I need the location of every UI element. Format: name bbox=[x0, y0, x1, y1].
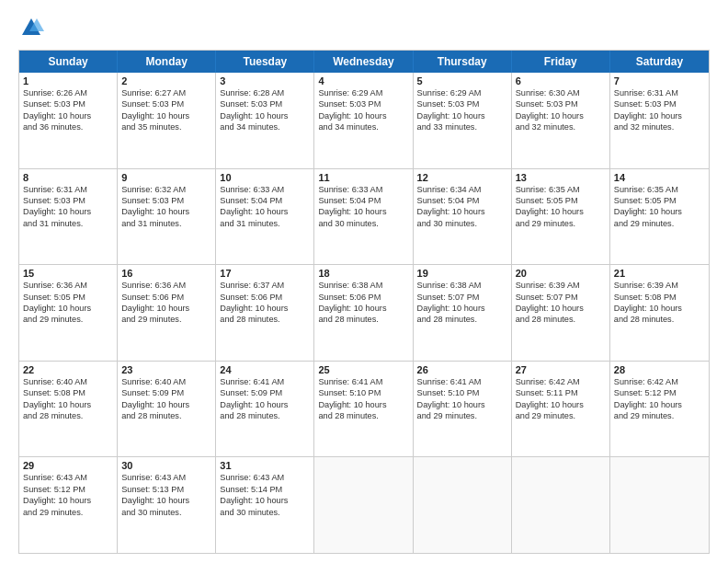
day-number: 18 bbox=[318, 268, 408, 279]
calendar: SundayMondayTuesdayWednesdayThursdayFrid… bbox=[18, 50, 710, 554]
cell-text: Sunrise: 6:42 AMSunset: 5:11 PMDaylight:… bbox=[516, 376, 606, 422]
cell-text: Sunrise: 6:36 AMSunset: 5:05 PMDaylight:… bbox=[23, 280, 113, 326]
day-cell-22: 22Sunrise: 6:40 AMSunset: 5:08 PMDayligh… bbox=[19, 362, 118, 457]
cell-text: Sunrise: 6:36 AMSunset: 5:06 PMDaylight:… bbox=[121, 280, 211, 326]
cell-text: Sunrise: 6:29 AMSunset: 5:03 PMDaylight:… bbox=[417, 87, 507, 133]
day-number: 19 bbox=[417, 268, 507, 279]
day-number: 7 bbox=[614, 75, 705, 86]
logo bbox=[18, 15, 48, 40]
day-number: 14 bbox=[614, 172, 705, 183]
calendar-header: SundayMondayTuesdayWednesdayThursdayFrid… bbox=[19, 51, 709, 73]
day-cell-28: 28Sunrise: 6:42 AMSunset: 5:12 PMDayligh… bbox=[610, 362, 709, 457]
day-cell-9: 9Sunrise: 6:32 AMSunset: 5:03 PMDaylight… bbox=[118, 169, 216, 265]
cell-text: Sunrise: 6:33 AMSunset: 5:04 PMDaylight:… bbox=[318, 184, 408, 230]
day-number: 2 bbox=[121, 75, 211, 86]
day-number: 10 bbox=[220, 172, 310, 183]
cell-text: Sunrise: 6:43 AMSunset: 5:14 PMDaylight:… bbox=[220, 472, 310, 518]
cell-text: Sunrise: 6:31 AMSunset: 5:03 PMDaylight:… bbox=[614, 87, 705, 133]
cell-text: Sunrise: 6:33 AMSunset: 5:04 PMDaylight:… bbox=[220, 184, 310, 230]
day-number: 30 bbox=[121, 460, 211, 471]
day-cell-18: 18Sunrise: 6:38 AMSunset: 5:06 PMDayligh… bbox=[314, 265, 413, 361]
page: SundayMondayTuesdayWednesdayThursdayFrid… bbox=[0, 0, 728, 563]
day-number: 4 bbox=[318, 75, 408, 86]
calendar-row-4: 22Sunrise: 6:40 AMSunset: 5:08 PMDayligh… bbox=[19, 361, 709, 457]
header-day-monday: Monday bbox=[118, 51, 216, 73]
day-cell-11: 11Sunrise: 6:33 AMSunset: 5:04 PMDayligh… bbox=[314, 169, 413, 265]
header bbox=[18, 15, 710, 40]
day-cell-19: 19Sunrise: 6:38 AMSunset: 5:07 PMDayligh… bbox=[414, 265, 512, 361]
day-number: 23 bbox=[121, 364, 211, 375]
empty-cell bbox=[512, 457, 610, 553]
cell-text: Sunrise: 6:39 AMSunset: 5:08 PMDaylight:… bbox=[614, 280, 705, 326]
header-day-friday: Friday bbox=[512, 51, 610, 73]
day-number: 31 bbox=[220, 460, 310, 471]
day-cell-17: 17Sunrise: 6:37 AMSunset: 5:06 PMDayligh… bbox=[216, 265, 314, 361]
empty-cell bbox=[414, 457, 512, 553]
day-cell-10: 10Sunrise: 6:33 AMSunset: 5:04 PMDayligh… bbox=[216, 169, 314, 265]
header-day-tuesday: Tuesday bbox=[216, 51, 314, 73]
cell-text: Sunrise: 6:34 AMSunset: 5:04 PMDaylight:… bbox=[417, 184, 507, 230]
cell-text: Sunrise: 6:39 AMSunset: 5:07 PMDaylight:… bbox=[516, 280, 606, 326]
cell-text: Sunrise: 6:35 AMSunset: 5:05 PMDaylight:… bbox=[516, 184, 606, 230]
day-number: 26 bbox=[417, 364, 507, 375]
day-cell-31: 31Sunrise: 6:43 AMSunset: 5:14 PMDayligh… bbox=[216, 457, 314, 553]
empty-cell bbox=[610, 457, 709, 553]
day-number: 25 bbox=[318, 364, 408, 375]
cell-text: Sunrise: 6:40 AMSunset: 5:08 PMDaylight:… bbox=[23, 376, 113, 422]
day-number: 28 bbox=[614, 364, 705, 375]
day-cell-20: 20Sunrise: 6:39 AMSunset: 5:07 PMDayligh… bbox=[512, 265, 610, 361]
header-day-sunday: Sunday bbox=[19, 51, 118, 73]
day-cell-23: 23Sunrise: 6:40 AMSunset: 5:09 PMDayligh… bbox=[118, 362, 216, 457]
day-cell-21: 21Sunrise: 6:39 AMSunset: 5:08 PMDayligh… bbox=[610, 265, 709, 361]
day-number: 1 bbox=[23, 75, 113, 86]
calendar-row-5: 29Sunrise: 6:43 AMSunset: 5:12 PMDayligh… bbox=[19, 456, 709, 553]
day-cell-5: 5Sunrise: 6:29 AMSunset: 5:03 PMDaylight… bbox=[414, 73, 512, 168]
cell-text: Sunrise: 6:43 AMSunset: 5:13 PMDaylight:… bbox=[121, 472, 211, 518]
logo-icon bbox=[18, 15, 44, 40]
day-cell-27: 27Sunrise: 6:42 AMSunset: 5:11 PMDayligh… bbox=[512, 362, 610, 457]
cell-text: Sunrise: 6:35 AMSunset: 5:05 PMDaylight:… bbox=[614, 184, 705, 230]
calendar-row-3: 15Sunrise: 6:36 AMSunset: 5:05 PMDayligh… bbox=[19, 264, 709, 361]
day-number: 13 bbox=[516, 172, 606, 183]
day-number: 20 bbox=[516, 268, 606, 279]
day-number: 21 bbox=[614, 268, 705, 279]
header-day-thursday: Thursday bbox=[414, 51, 512, 73]
day-number: 15 bbox=[23, 268, 113, 279]
day-cell-15: 15Sunrise: 6:36 AMSunset: 5:05 PMDayligh… bbox=[19, 265, 118, 361]
empty-cell bbox=[314, 457, 413, 553]
day-cell-1: 1Sunrise: 6:26 AMSunset: 5:03 PMDaylight… bbox=[19, 73, 118, 168]
day-number: 6 bbox=[516, 75, 606, 86]
cell-text: Sunrise: 6:32 AMSunset: 5:03 PMDaylight:… bbox=[121, 184, 211, 230]
day-number: 5 bbox=[417, 75, 507, 86]
cell-text: Sunrise: 6:28 AMSunset: 5:03 PMDaylight:… bbox=[220, 87, 310, 133]
calendar-row-1: 1Sunrise: 6:26 AMSunset: 5:03 PMDaylight… bbox=[19, 73, 709, 168]
cell-text: Sunrise: 6:26 AMSunset: 5:03 PMDaylight:… bbox=[23, 87, 113, 133]
day-number: 16 bbox=[121, 268, 211, 279]
day-number: 29 bbox=[23, 460, 113, 471]
day-cell-16: 16Sunrise: 6:36 AMSunset: 5:06 PMDayligh… bbox=[118, 265, 216, 361]
day-number: 11 bbox=[318, 172, 408, 183]
day-number: 22 bbox=[23, 364, 113, 375]
day-cell-29: 29Sunrise: 6:43 AMSunset: 5:12 PMDayligh… bbox=[19, 457, 118, 553]
cell-text: Sunrise: 6:38 AMSunset: 5:06 PMDaylight:… bbox=[318, 280, 408, 326]
cell-text: Sunrise: 6:43 AMSunset: 5:12 PMDaylight:… bbox=[23, 472, 113, 518]
cell-text: Sunrise: 6:40 AMSunset: 5:09 PMDaylight:… bbox=[121, 376, 211, 422]
day-number: 12 bbox=[417, 172, 507, 183]
cell-text: Sunrise: 6:31 AMSunset: 5:03 PMDaylight:… bbox=[23, 184, 113, 230]
calendar-body: 1Sunrise: 6:26 AMSunset: 5:03 PMDaylight… bbox=[19, 73, 709, 553]
cell-text: Sunrise: 6:41 AMSunset: 5:10 PMDaylight:… bbox=[318, 376, 408, 422]
day-cell-25: 25Sunrise: 6:41 AMSunset: 5:10 PMDayligh… bbox=[314, 362, 413, 457]
cell-text: Sunrise: 6:27 AMSunset: 5:03 PMDaylight:… bbox=[121, 87, 211, 133]
day-cell-3: 3Sunrise: 6:28 AMSunset: 5:03 PMDaylight… bbox=[216, 73, 314, 168]
cell-text: Sunrise: 6:37 AMSunset: 5:06 PMDaylight:… bbox=[220, 280, 310, 326]
day-cell-7: 7Sunrise: 6:31 AMSunset: 5:03 PMDaylight… bbox=[610, 73, 709, 168]
day-number: 8 bbox=[23, 172, 113, 183]
day-cell-2: 2Sunrise: 6:27 AMSunset: 5:03 PMDaylight… bbox=[118, 73, 216, 168]
day-number: 24 bbox=[220, 364, 310, 375]
day-cell-12: 12Sunrise: 6:34 AMSunset: 5:04 PMDayligh… bbox=[414, 169, 512, 265]
cell-text: Sunrise: 6:29 AMSunset: 5:03 PMDaylight:… bbox=[318, 87, 408, 133]
day-number: 17 bbox=[220, 268, 310, 279]
cell-text: Sunrise: 6:41 AMSunset: 5:10 PMDaylight:… bbox=[417, 376, 507, 422]
cell-text: Sunrise: 6:42 AMSunset: 5:12 PMDaylight:… bbox=[614, 376, 705, 422]
day-number: 3 bbox=[220, 75, 310, 86]
